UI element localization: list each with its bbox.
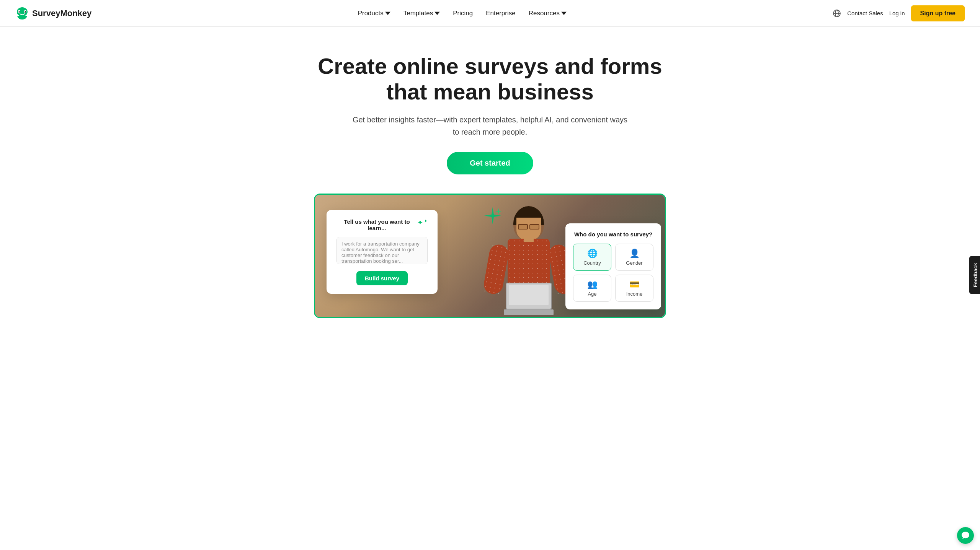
- svg-point-3: [19, 11, 20, 13]
- globe-option-icon: 🌐: [577, 249, 608, 259]
- hero-title: Create online surveys and forms that mea…: [318, 54, 662, 104]
- nav-links: Products Templates Pricing Enterprise Re…: [353, 7, 572, 20]
- logo-text: SurveyMonkey: [32, 8, 91, 18]
- nav-enterprise[interactable]: Enterprise: [480, 7, 521, 20]
- nav-templates[interactable]: Templates: [398, 7, 445, 20]
- survey-card-title: Who do you want to survey?: [573, 231, 653, 238]
- svg-marker-9: [495, 208, 501, 215]
- survey-option-age[interactable]: 👥 Age: [573, 275, 611, 302]
- nav-right: Contact Sales Log in Sign up free: [833, 5, 965, 21]
- svg-point-4: [25, 11, 26, 13]
- survey-option-income[interactable]: 💳 Income: [615, 275, 653, 302]
- get-started-button[interactable]: Get started: [447, 152, 533, 174]
- survey-targeting-card: Who do you want to survey? 🌐 Country 👤 G…: [565, 223, 661, 309]
- hero-subtitle: Get better insights faster—with expert t…: [352, 114, 628, 138]
- income-option-icon: 💳: [619, 280, 650, 290]
- ai-card-header: Tell us what you want to learn... ✦ ✦: [336, 218, 428, 231]
- hero-section: Create online surveys and forms that mea…: [0, 27, 980, 334]
- ai-card-title: Tell us what you want to learn...: [336, 218, 417, 231]
- hero-visual: Tell us what you want to learn... ✦ ✦ Bu…: [314, 194, 666, 318]
- income-label: Income: [619, 291, 650, 297]
- ai-prompt-card: Tell us what you want to learn... ✦ ✦ Bu…: [327, 210, 438, 294]
- age-label: Age: [577, 291, 608, 297]
- chevron-down-icon: [561, 11, 567, 16]
- chevron-down-icon: [434, 11, 440, 16]
- ai-prompt-input[interactable]: [336, 237, 428, 264]
- ai-sparkle-icons: ✦ ✦: [417, 218, 428, 227]
- survey-options-grid: 🌐 Country 👤 Gender 👥 Age 💳 Income: [573, 244, 653, 302]
- sparkle-small-icon: ✦: [424, 218, 428, 224]
- ai-sparkle-decoration: [483, 206, 502, 227]
- feedback-tab[interactable]: Feedback: [970, 256, 980, 294]
- nav-resources[interactable]: Resources: [523, 7, 572, 20]
- gender-label: Gender: [619, 260, 650, 266]
- hero-background-image: Tell us what you want to learn... ✦ ✦ Bu…: [315, 195, 665, 317]
- signup-button[interactable]: Sign up free: [911, 5, 965, 21]
- gender-option-icon: 👤: [619, 249, 650, 259]
- nav-pricing[interactable]: Pricing: [448, 7, 478, 20]
- build-survey-button[interactable]: Build survey: [356, 271, 408, 285]
- country-label: Country: [577, 260, 608, 266]
- nav-products[interactable]: Products: [353, 7, 396, 20]
- logo-link[interactable]: SurveyMonkey: [15, 7, 91, 20]
- sparkle-big-icon: ✦: [417, 218, 423, 227]
- survey-option-gender[interactable]: 👤 Gender: [615, 244, 653, 271]
- age-option-icon: 👥: [577, 280, 608, 290]
- navbar: SurveyMonkey Products Templates Pricing …: [0, 0, 980, 27]
- logo-icon: [15, 7, 29, 20]
- contact-sales-link[interactable]: Contact Sales: [847, 10, 883, 16]
- chevron-down-icon: [385, 11, 390, 16]
- login-link[interactable]: Log in: [889, 10, 905, 16]
- globe-icon[interactable]: [833, 9, 841, 18]
- svg-marker-8: [484, 207, 501, 225]
- survey-option-country[interactable]: 🌐 Country: [573, 244, 611, 271]
